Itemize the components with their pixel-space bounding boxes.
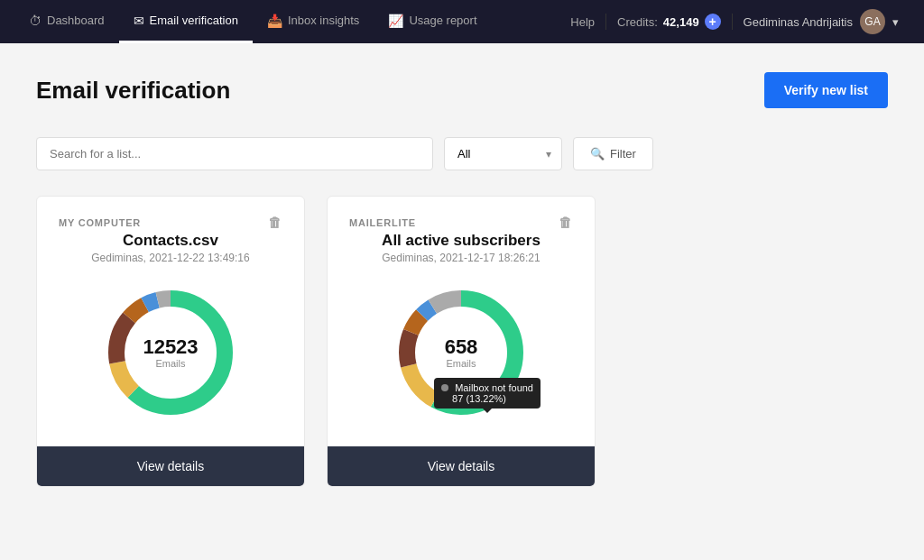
donut-center-1: 12523 Emails	[143, 336, 198, 369]
card-footer-1: View details	[37, 446, 304, 486]
user-name: Gediminas Andrijaitis	[744, 15, 853, 29]
nav-label-dashboard: Dashboard	[47, 14, 105, 27]
card-name-2: All active subscribers	[382, 232, 541, 250]
dashboard-icon: ⏱	[29, 14, 42, 28]
avatar: GA	[860, 9, 885, 34]
user-menu[interactable]: Gediminas Andrijaitis GA ▾	[733, 9, 910, 34]
nav-label-email-verification: Email verification	[150, 14, 238, 27]
user-dropdown-icon: ▾	[892, 15, 899, 29]
delete-card-2-button[interactable]: 🗑	[559, 215, 573, 230]
nav-item-inbox-insights[interactable]: 📥 Inbox insights	[253, 0, 374, 43]
add-credits-button[interactable]: +	[705, 14, 721, 30]
nav-label-inbox-insights: Inbox insights	[288, 14, 360, 27]
filter-label: Filter	[610, 147, 636, 161]
card-all-active-subscribers: MAILERLITE 🗑 All active subscribers Gedi…	[327, 196, 596, 487]
nav-label-usage-report: Usage report	[409, 14, 476, 27]
filter-select[interactable]: All My Computer MailerLite	[444, 137, 562, 170]
card-body-1: MY COMPUTER 🗑 Contacts.csv Gediminas, 20…	[37, 197, 304, 446]
view-details-button-1[interactable]: View details	[37, 446, 304, 486]
card-source-1: MY COMPUTER 🗑	[59, 215, 282, 230]
delete-card-1-button[interactable]: 🗑	[268, 215, 282, 230]
page-title: Email verification	[36, 77, 230, 105]
donut-chart-2: 658 Emails Mailbox not found 87 (13.22%)	[389, 280, 533, 425]
page-content: Email verification Verify new list All M…	[0, 43, 924, 516]
card-body-2: MAILERLITE 🗑 All active subscribers Gedi…	[328, 197, 595, 446]
email-label-1: Emails	[143, 358, 198, 369]
inbox-insights-icon: 📥	[267, 14, 282, 28]
filter-select-wrapper: All My Computer MailerLite ▾	[444, 137, 562, 170]
help-link[interactable]: Help	[559, 15, 605, 29]
avatar-initials: GA	[864, 15, 880, 28]
filter-icon: 🔍	[590, 147, 605, 161]
credits-value: 42,149	[663, 15, 699, 29]
card-footer-2: View details	[328, 446, 595, 486]
card-name-1: Contacts.csv	[123, 232, 218, 250]
usage-report-icon: 📈	[388, 14, 403, 28]
filters-row: All My Computer MailerLite ▾ 🔍 Filter	[36, 137, 888, 170]
email-count-1: 12523	[143, 336, 198, 358]
credits-display: Credits: 42,149 +	[605, 14, 733, 30]
nav-item-usage-report[interactable]: 📈 Usage report	[374, 0, 491, 43]
email-label-2: Emails	[445, 358, 478, 369]
navbar: ⏱ Dashboard ✉ Email verification 📥 Inbox…	[0, 0, 924, 43]
page-header: Email verification Verify new list	[36, 72, 888, 108]
donut-center-2: 658 Emails	[445, 336, 478, 369]
view-details-button-2[interactable]: View details	[328, 446, 595, 486]
email-count-2: 658	[445, 336, 478, 358]
filter-button[interactable]: 🔍 Filter	[573, 137, 653, 170]
card-meta-1: Gediminas, 2021-12-22 13:49:16	[91, 252, 249, 264]
card-source-2: MAILERLITE 🗑	[349, 215, 573, 230]
nav-item-email-verification[interactable]: ✉ Email verification	[119, 0, 253, 43]
card-contacts-csv: MY COMPUTER 🗑 Contacts.csv Gediminas, 20…	[36, 196, 305, 487]
verify-new-list-button[interactable]: Verify new list	[764, 72, 888, 108]
nav-item-dashboard[interactable]: ⏱ Dashboard	[14, 0, 119, 43]
search-input[interactable]	[36, 137, 433, 170]
cards-grid: MY COMPUTER 🗑 Contacts.csv Gediminas, 20…	[36, 196, 888, 487]
donut-chart-1: 12523 Emails	[98, 280, 243, 425]
card-meta-2: Gediminas, 2021-12-17 18:26:21	[382, 252, 540, 264]
email-verification-icon: ✉	[134, 14, 144, 28]
